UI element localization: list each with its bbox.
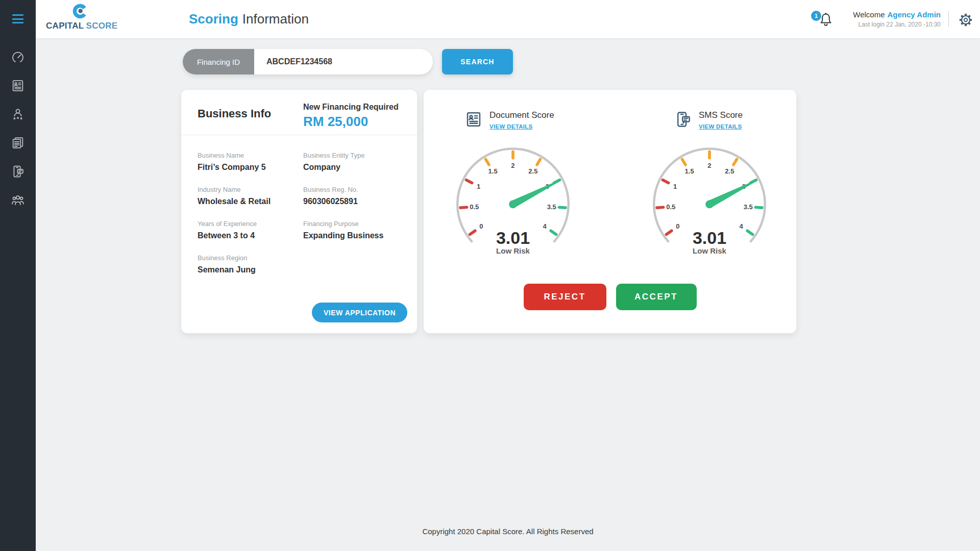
brand-logo[interactable]: CAPITALSCORE — [46, 2, 114, 31]
business-info-header: Business Info New Financing Required RM … — [181, 90, 417, 135]
document-score-gauge: 00.511.522.533.54 3.01 Low Risk — [444, 142, 582, 269]
brand-wordmark: CAPITALSCORE — [46, 21, 114, 31]
sidebar — [0, 0, 36, 551]
sms-phone-icon — [11, 164, 25, 179]
field-business-name: Business Name Fitri’s Company 5 — [198, 152, 303, 186]
view-application-button[interactable]: VIEW APPLICATION — [312, 303, 407, 322]
accept-button[interactable]: ACCEPT — [616, 284, 697, 310]
search-button[interactable]: SEARCH — [442, 49, 513, 74]
header: CAPITALSCORE Scoring Information 1 Welco… — [36, 0, 980, 38]
page-title-rest: Information — [242, 11, 309, 27]
header-divider — [948, 11, 949, 27]
svg-text:3.5: 3.5 — [547, 203, 556, 211]
sms-score-view-details-link[interactable]: VIEW DETAILS — [699, 123, 742, 130]
search-pill: Financing ID — [183, 49, 433, 74]
svg-text:2: 2 — [511, 162, 514, 169]
field-label: Financing Purpose — [303, 220, 402, 228]
menu-toggle-button[interactable] — [12, 14, 23, 23]
document-score-view-details-link[interactable]: VIEW DETAILS — [489, 123, 533, 130]
field-label: Business Region — [198, 254, 303, 262]
svg-text:2: 2 — [707, 162, 711, 169]
gear-icon — [957, 11, 974, 29]
footer-copyright: Copyright 2020 Capital Score. All Rights… — [36, 527, 980, 536]
sms-score-gauge: 00.511.522.533.54 3.01 Low Risk — [640, 142, 779, 269]
financing-id-input[interactable] — [254, 49, 433, 74]
field-value: Expanding Business — [303, 231, 402, 240]
sms-score-risk-label: Low Risk — [640, 246, 779, 255]
brand-primary: CAPITAL — [46, 21, 84, 31]
main-content: Financing ID SEARCH Business Info New Fi… — [36, 38, 980, 551]
document-score-value: 3.01 — [444, 228, 582, 248]
svg-text:1.5: 1.5 — [685, 167, 694, 175]
page-title-highlight: Scoring — [189, 11, 238, 27]
score-card: Document Score VIEW DETAILS SMS Score VI… — [424, 90, 796, 333]
user-name: Agency Admin — [888, 10, 941, 19]
business-fields: Business Name Fitri’s Company 5 Business… — [198, 152, 402, 288]
welcome-line: WelcomeAgency Admin — [853, 10, 941, 19]
field-financing-purpose: Financing Purpose Expanding Business — [303, 220, 402, 254]
field-industry-name: Industry Name Wholesale & Retail — [198, 186, 303, 220]
svg-text:2.5: 2.5 — [725, 167, 734, 175]
field-years-of-experience: Years of Experience Between 3 to 4 — [198, 220, 303, 254]
customers-group-icon — [11, 193, 25, 207]
new-financing-amount: RM 25,000 — [303, 114, 399, 130]
field-value: Wholesale & Retail — [198, 197, 303, 206]
reject-button[interactable]: REJECT — [524, 284, 606, 310]
document-score-risk-label: Low Risk — [444, 246, 582, 255]
field-value: Semenan Jung — [198, 265, 303, 274]
document-score-icon — [464, 110, 483, 129]
field-label: Business Entity Type — [303, 152, 402, 159]
sidebar-item-documents[interactable] — [0, 129, 36, 157]
notifications-button[interactable]: 1 — [817, 10, 835, 30]
svg-text:0.5: 0.5 — [666, 203, 675, 211]
field-value: 960306025891 — [303, 197, 402, 206]
sidebar-item-customers[interactable] — [0, 186, 36, 214]
business-info-title: Business Info — [198, 107, 271, 120]
settings-button[interactable] — [957, 11, 974, 29]
svg-text:1: 1 — [477, 183, 480, 190]
business-info-card: Business Info New Financing Required RM … — [181, 90, 417, 333]
page-title: Scoring Information — [189, 0, 309, 38]
svg-text:1: 1 — [673, 183, 677, 190]
field-value: Fitri’s Company 5 — [198, 163, 303, 172]
search-field-label: Financing ID — [183, 49, 254, 74]
decision-actions: REJECT ACCEPT — [424, 284, 796, 310]
last-login: Last login 22 Jan, 2020 -10:30 — [853, 21, 941, 28]
field-business-region: Business Region Semenan Jung — [198, 254, 303, 288]
search-bar: Financing ID SEARCH — [183, 49, 513, 74]
sms-score-icon — [674, 110, 692, 129]
sms-score-value: 3.01 — [640, 228, 779, 248]
profile-card-icon — [11, 79, 25, 93]
field-value: Company — [303, 163, 402, 172]
user-welcome-block: WelcomeAgency Admin Last login 22 Jan, 2… — [853, 10, 941, 28]
field-label: Business Reg. No. — [303, 186, 402, 193]
agent-rating-icon — [11, 107, 25, 121]
new-financing-label: New Financing Required — [303, 103, 399, 112]
sidebar-item-sms[interactable] — [0, 157, 36, 186]
sidebar-item-agent-rating[interactable] — [0, 100, 36, 129]
document-score-title: Document Score — [489, 110, 554, 120]
field-business-entity-type: Business Entity Type Company — [303, 152, 402, 186]
field-value: Between 3 to 4 — [198, 231, 303, 240]
dashboard-gauge-icon — [11, 50, 25, 64]
svg-text:2.5: 2.5 — [528, 167, 537, 175]
documents-icon — [11, 136, 25, 150]
field-label: Industry Name — [198, 186, 303, 193]
brand-secondary: SCORE — [86, 21, 118, 31]
sms-score-header: SMS Score VIEW DETAILS — [674, 110, 743, 131]
svg-text:3.5: 3.5 — [744, 203, 753, 211]
svg-text:1.5: 1.5 — [488, 167, 498, 175]
sms-score-title: SMS Score — [699, 110, 743, 120]
field-business-reg-no: Business Reg. No. 960306025891 — [303, 186, 402, 220]
new-financing-block: New Financing Required RM 25,000 — [303, 103, 399, 130]
brand-c-mark-icon — [70, 2, 90, 21]
field-label: Years of Experience — [198, 220, 303, 228]
notification-badge: 1 — [811, 11, 821, 21]
sidebar-item-profile-card[interactable] — [0, 71, 36, 100]
sidebar-nav — [0, 43, 36, 214]
field-label: Business Name — [198, 152, 303, 159]
document-score-header: Document Score VIEW DETAILS — [464, 110, 554, 131]
welcome-prefix: Welcome — [853, 10, 885, 19]
svg-text:0.5: 0.5 — [470, 203, 479, 211]
sidebar-item-dashboard[interactable] — [0, 43, 36, 71]
